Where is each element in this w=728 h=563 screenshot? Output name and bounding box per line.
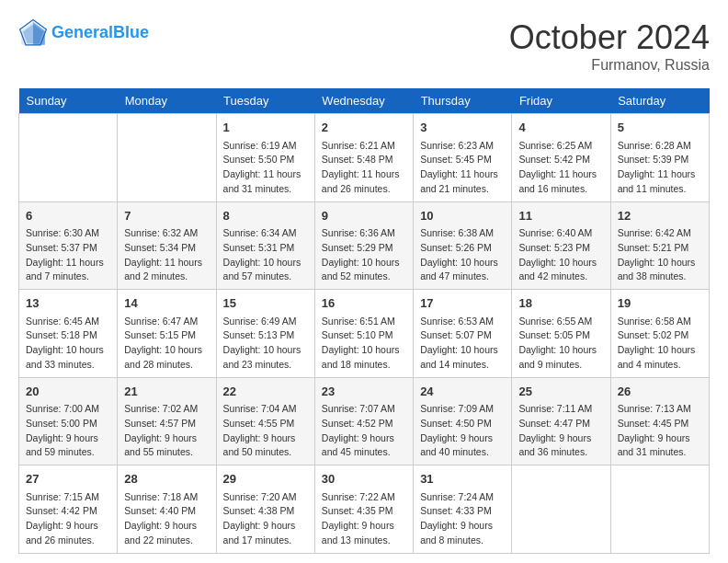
logo-icon <box>18 18 48 48</box>
day-number: 15 <box>223 294 308 313</box>
calendar-cell: 18Sunrise: 6:55 AMSunset: 5:05 PMDayligh… <box>512 290 610 378</box>
day-number: 17 <box>420 294 505 313</box>
month-title: October 2024 <box>509 18 710 57</box>
calendar-cell: 27Sunrise: 7:15 AMSunset: 4:42 PMDayligh… <box>19 465 118 554</box>
day-info: Sunrise: 6:42 AMSunset: 5:21 PMDaylight:… <box>618 226 702 284</box>
day-number: 26 <box>618 383 702 401</box>
calendar-cell: 15Sunrise: 6:49 AMSunset: 5:13 PMDayligh… <box>216 290 314 378</box>
calendar-cell <box>512 465 610 554</box>
calendar-cell: 8Sunrise: 6:34 AMSunset: 5:31 PMDaylight… <box>216 201 314 290</box>
day-number: 5 <box>618 119 702 137</box>
day-info: Sunrise: 6:30 AMSunset: 5:37 PMDaylight:… <box>26 226 110 284</box>
day-number: 7 <box>124 207 209 225</box>
week-row-4: 20Sunrise: 7:00 AMSunset: 5:00 PMDayligh… <box>19 377 710 465</box>
title-block: October 2024 Furmanov, Russia <box>509 18 710 74</box>
day-number: 11 <box>518 207 603 225</box>
day-number: 20 <box>26 383 110 401</box>
day-number: 29 <box>223 470 308 488</box>
week-row-5: 27Sunrise: 7:15 AMSunset: 4:42 PMDayligh… <box>19 465 710 554</box>
calendar-cell: 3Sunrise: 6:23 AMSunset: 5:45 PMDaylight… <box>414 114 512 202</box>
day-info: Sunrise: 6:40 AMSunset: 5:23 PMDaylight:… <box>518 226 603 284</box>
day-number: 18 <box>518 294 603 313</box>
calendar-cell: 12Sunrise: 6:42 AMSunset: 5:21 PMDayligh… <box>610 201 709 290</box>
header-day-saturday: Saturday <box>610 88 709 114</box>
calendar-cell: 28Sunrise: 7:18 AMSunset: 4:40 PMDayligh… <box>118 465 216 554</box>
day-info: Sunrise: 6:25 AMSunset: 5:42 PMDaylight:… <box>518 139 603 197</box>
calendar-cell: 11Sunrise: 6:40 AMSunset: 5:23 PMDayligh… <box>512 201 610 290</box>
day-info: Sunrise: 6:51 AMSunset: 5:10 PMDaylight:… <box>322 315 406 373</box>
day-info: Sunrise: 6:38 AMSunset: 5:26 PMDaylight:… <box>420 226 505 284</box>
day-info: Sunrise: 6:55 AMSunset: 5:05 PMDaylight:… <box>518 315 603 373</box>
calendar-cell: 30Sunrise: 7:22 AMSunset: 4:35 PMDayligh… <box>314 465 413 554</box>
calendar-cell: 19Sunrise: 6:58 AMSunset: 5:02 PMDayligh… <box>610 290 709 378</box>
calendar-cell: 20Sunrise: 7:00 AMSunset: 5:00 PMDayligh… <box>19 377 118 465</box>
location: Furmanov, Russia <box>509 57 710 74</box>
day-info: Sunrise: 6:53 AMSunset: 5:07 PMDaylight:… <box>420 315 505 373</box>
day-info: Sunrise: 6:58 AMSunset: 5:02 PMDaylight:… <box>618 315 702 373</box>
calendar-cell: 16Sunrise: 6:51 AMSunset: 5:10 PMDayligh… <box>314 290 413 378</box>
day-info: Sunrise: 6:34 AMSunset: 5:31 PMDaylight:… <box>223 226 308 284</box>
day-info: Sunrise: 7:15 AMSunset: 4:42 PMDaylight:… <box>26 490 110 548</box>
logo-line1: General <box>51 23 113 41</box>
day-info: Sunrise: 7:09 AMSunset: 4:50 PMDaylight:… <box>420 402 505 460</box>
day-info: Sunrise: 7:24 AMSunset: 4:33 PMDaylight:… <box>420 490 505 548</box>
calendar-cell <box>610 465 709 554</box>
logo-line2: Blue <box>113 23 149 41</box>
header-day-tuesday: Tuesday <box>216 88 314 114</box>
header-day-monday: Monday <box>118 88 216 114</box>
day-number: 19 <box>618 294 702 313</box>
day-number: 30 <box>322 470 406 488</box>
calendar-cell: 22Sunrise: 7:04 AMSunset: 4:55 PMDayligh… <box>216 377 314 465</box>
day-number: 22 <box>223 383 308 401</box>
calendar-cell: 23Sunrise: 7:07 AMSunset: 4:52 PMDayligh… <box>314 377 413 465</box>
day-info: Sunrise: 7:00 AMSunset: 5:00 PMDaylight:… <box>26 402 110 460</box>
day-info: Sunrise: 6:47 AMSunset: 5:15 PMDaylight:… <box>124 315 209 373</box>
calendar-cell: 21Sunrise: 7:02 AMSunset: 4:57 PMDayligh… <box>118 377 216 465</box>
week-row-2: 6Sunrise: 6:30 AMSunset: 5:37 PMDaylight… <box>19 201 710 290</box>
day-info: Sunrise: 7:22 AMSunset: 4:35 PMDaylight:… <box>322 490 406 548</box>
day-number: 13 <box>26 294 110 313</box>
day-number: 2 <box>322 119 406 137</box>
calendar-cell: 7Sunrise: 6:32 AMSunset: 5:34 PMDaylight… <box>118 201 216 290</box>
day-number: 10 <box>420 207 505 225</box>
day-info: Sunrise: 6:45 AMSunset: 5:18 PMDaylight:… <box>26 315 110 373</box>
day-number: 12 <box>618 207 702 225</box>
day-info: Sunrise: 6:49 AMSunset: 5:13 PMDaylight:… <box>223 315 308 373</box>
calendar-cell: 5Sunrise: 6:28 AMSunset: 5:39 PMDaylight… <box>610 114 709 202</box>
day-number: 24 <box>420 383 505 401</box>
logo-text: GeneralBlue <box>51 23 149 43</box>
calendar-cell: 31Sunrise: 7:24 AMSunset: 4:33 PMDayligh… <box>414 465 512 554</box>
calendar-cell: 24Sunrise: 7:09 AMSunset: 4:50 PMDayligh… <box>414 377 512 465</box>
day-number: 1 <box>223 119 308 137</box>
header-row: SundayMondayTuesdayWednesdayThursdayFrid… <box>19 88 710 114</box>
day-number: 14 <box>124 294 209 313</box>
day-number: 9 <box>322 207 406 225</box>
day-number: 21 <box>124 383 209 401</box>
calendar-table: SundayMondayTuesdayWednesdayThursdayFrid… <box>18 88 710 554</box>
day-info: Sunrise: 7:04 AMSunset: 4:55 PMDaylight:… <box>223 402 308 460</box>
day-number: 16 <box>322 294 406 313</box>
day-info: Sunrise: 7:20 AMSunset: 4:38 PMDaylight:… <box>223 490 308 548</box>
day-number: 25 <box>518 383 603 401</box>
calendar-cell: 6Sunrise: 6:30 AMSunset: 5:37 PMDaylight… <box>19 201 118 290</box>
calendar-cell: 29Sunrise: 7:20 AMSunset: 4:38 PMDayligh… <box>216 465 314 554</box>
calendar-cell: 13Sunrise: 6:45 AMSunset: 5:18 PMDayligh… <box>19 290 118 378</box>
svg-marker-3 <box>33 22 45 45</box>
day-number: 4 <box>518 119 603 137</box>
week-row-3: 13Sunrise: 6:45 AMSunset: 5:18 PMDayligh… <box>19 290 710 378</box>
day-info: Sunrise: 7:13 AMSunset: 4:45 PMDaylight:… <box>618 402 702 460</box>
calendar-cell <box>118 114 216 202</box>
calendar-cell: 9Sunrise: 6:36 AMSunset: 5:29 PMDaylight… <box>314 201 413 290</box>
calendar-cell <box>19 114 118 202</box>
day-info: Sunrise: 6:32 AMSunset: 5:34 PMDaylight:… <box>124 226 209 284</box>
calendar-cell: 4Sunrise: 6:25 AMSunset: 5:42 PMDaylight… <box>512 114 610 202</box>
week-row-1: 1Sunrise: 6:19 AMSunset: 5:50 PMDaylight… <box>19 114 710 202</box>
header-day-friday: Friday <box>512 88 610 114</box>
header-day-wednesday: Wednesday <box>314 88 413 114</box>
calendar-cell: 2Sunrise: 6:21 AMSunset: 5:48 PMDaylight… <box>314 114 413 202</box>
calendar-cell: 1Sunrise: 6:19 AMSunset: 5:50 PMDaylight… <box>216 114 314 202</box>
day-number: 28 <box>124 470 209 488</box>
day-info: Sunrise: 6:36 AMSunset: 5:29 PMDaylight:… <box>322 226 406 284</box>
calendar-cell: 14Sunrise: 6:47 AMSunset: 5:15 PMDayligh… <box>118 290 216 378</box>
header-day-thursday: Thursday <box>414 88 512 114</box>
